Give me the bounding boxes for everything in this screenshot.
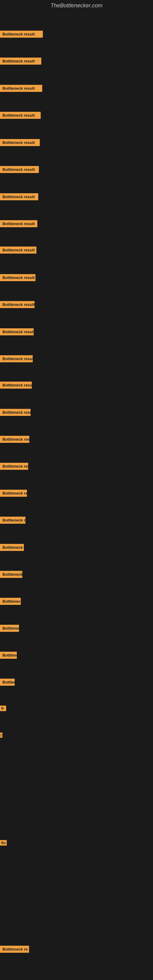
bottleneck-label: Bottleneck result — [0, 301, 35, 308]
bottleneck-label: Bottleneck result — [0, 625, 19, 632]
bottleneck-label: Bottleneck result — [0, 409, 30, 416]
bottleneck-item: Bottleneck result — [0, 461, 28, 472]
bottleneck-item: Bottleneck result — [0, 56, 41, 67]
bottleneck-item: Bottleneck result — [0, 245, 37, 255]
bottleneck-item: B — [0, 704, 6, 713]
bottleneck-item: Bottleneck result — [0, 515, 26, 525]
bottleneck-item: Bottleneck result — [0, 650, 17, 660]
bottleneck-label: Bottleneck result — [0, 517, 26, 524]
bottleneck-item: Bottleneck result — [0, 29, 43, 40]
bottleneck-label: Bottleneck result — [0, 220, 37, 227]
bottleneck-item: Bottleneck result — [0, 164, 39, 175]
bottleneck-label: Bottleneck result — [0, 679, 15, 686]
bottleneck-item: | — [0, 731, 2, 740]
bottleneck-item: Bottleneck result — [0, 623, 19, 634]
bottleneck-label: Bottleneck result — [0, 382, 32, 389]
bottleneck-label: Bottleneck result — [0, 652, 17, 659]
bottleneck-item: Bottleneck result — [0, 677, 15, 687]
bottleneck-label: Bo — [0, 840, 7, 846]
bottleneck-label: Bottleneck result — [0, 247, 37, 254]
bottleneck-label: Bottleneck result — [0, 328, 33, 335]
bottleneck-item: Bottleneck result — [0, 110, 41, 121]
bottleneck-item: Bottleneck result — [0, 326, 33, 337]
bottleneck-item: Bottleneck result — [0, 569, 22, 580]
bottleneck-item: Bottleneck result — [0, 191, 38, 202]
bottleneck-item: Bo — [0, 838, 7, 847]
bottleneck-item: Bottleneck result — [0, 488, 27, 499]
bottleneck-item: Bottleneck result — [0, 596, 21, 607]
bottleneck-item: Bottleneck result — [0, 299, 35, 310]
bottleneck-label: Bottleneck result — [0, 355, 33, 362]
bottleneck-label: Bottleneck result — [0, 112, 41, 119]
bottleneck-label: B — [0, 706, 6, 711]
bottleneck-item: Bottleneck result — [0, 434, 29, 445]
bottleneck-label: Bottleneck result — [0, 274, 35, 281]
bottleneck-label: Bottleneck result — [0, 598, 21, 605]
bottleneck-item: Bottleneck result — [0, 83, 42, 94]
bottleneck-item: Bottleneck result — [0, 380, 32, 390]
bottleneck-label: | — [0, 733, 2, 738]
bottleneck-item: Bottleneck result — [0, 407, 30, 418]
bottleneck-label: Bottleneck result — [0, 463, 28, 470]
bottleneck-label: Bottleneck result — [0, 85, 42, 92]
bottleneck-label: Bottleneck result — [0, 544, 24, 551]
bottleneck-item: Bottleneck result — [0, 353, 33, 364]
bottleneck-item: Bottleneck re — [0, 944, 29, 955]
bottleneck-label: Bottleneck result — [0, 139, 40, 146]
bottleneck-label: Bottleneck result — [0, 166, 39, 173]
items-container: Bottleneck resultBottleneck resultBottle… — [0, 11, 153, 980]
bottleneck-label: Bottleneck re — [0, 946, 29, 953]
bottleneck-label: Bottleneck result — [0, 436, 29, 443]
bottleneck-item: Bottleneck result — [0, 218, 37, 229]
bottleneck-item: Bottleneck result — [0, 542, 24, 553]
bottleneck-label: Bottleneck result — [0, 193, 38, 200]
bottleneck-label: Bottleneck result — [0, 57, 41, 65]
site-title: TheBottlenecker.com — [0, 0, 153, 11]
bottleneck-item: Bottleneck result — [0, 137, 40, 148]
bottleneck-label: Bottleneck result — [0, 490, 27, 497]
bottleneck-label: Bottleneck result — [0, 571, 22, 578]
bottleneck-label: Bottleneck result — [0, 30, 43, 38]
bottleneck-item: Bottleneck result — [0, 272, 35, 283]
